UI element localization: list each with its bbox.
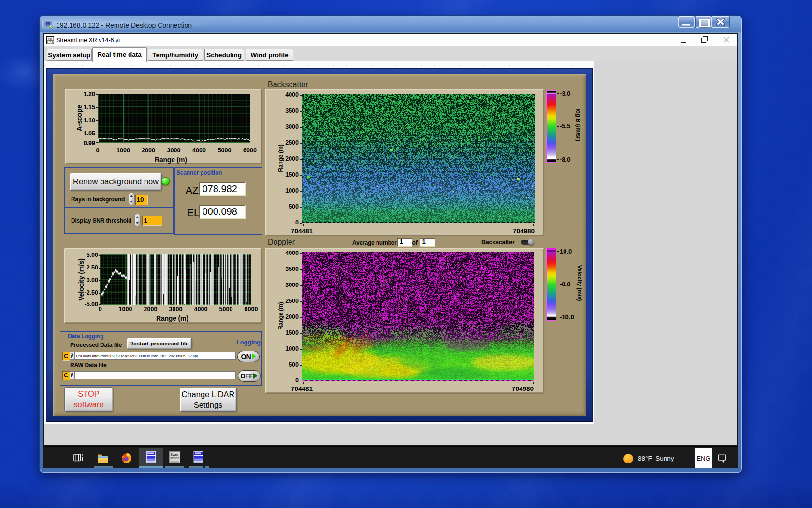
svg-text:sched: sched [170,456,179,460]
